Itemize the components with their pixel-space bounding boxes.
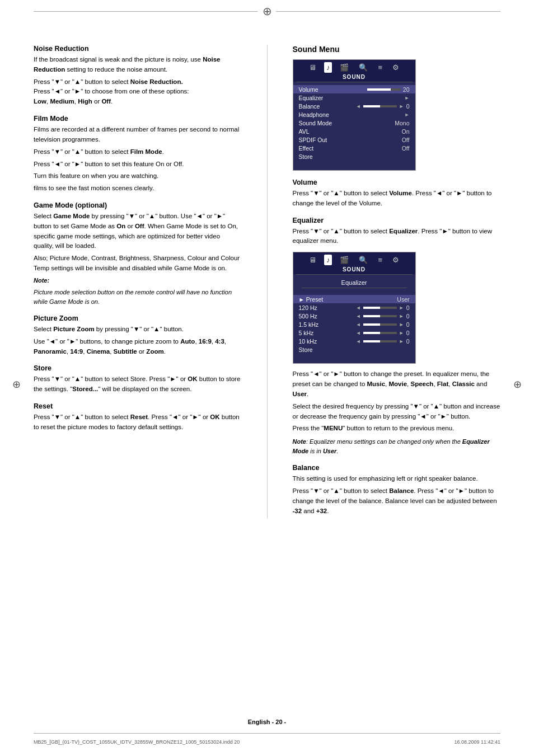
game-mode-note-label: Note:: [34, 276, 242, 285]
eq-sub-divider: [302, 288, 407, 288]
section-title-film-mode: Film Mode: [34, 115, 242, 123]
equalizer-menu-content: Equalizer ► Preset User 120 Hz ◄: [293, 275, 415, 356]
freq-15k-left: ◄: [356, 322, 361, 327]
freq-10k-bar: [363, 340, 397, 342]
sound-menu-icons-row: 🖥 ♪ 🎬 🔍 ≡ ⚙: [293, 60, 415, 74]
film-mode-para4: Turn this feature on when you are watchi…: [34, 171, 242, 181]
equalizer-menu-icons-row: 🖥 ♪ 🎬 🔍 ≡ ⚙: [293, 252, 415, 266]
film-mode-para1: Films are recorded at a different number…: [34, 125, 242, 145]
page-number: English - 20 -: [248, 719, 286, 725]
freq-120-bar: [363, 307, 397, 309]
film-mode-para3: Press "◄" or "►" button to set this feat…: [34, 159, 242, 170]
equalizer-label: Equalizer: [299, 95, 324, 101]
preset-value: User: [397, 296, 409, 303]
volume-bar-container: 20: [367, 86, 410, 93]
section-title-store: Store: [34, 364, 242, 372]
menu-row-5khz: 5 kHz ◄ ► 0: [299, 328, 410, 337]
volume-progress-bar: [367, 88, 401, 91]
section-title-balance: Balance: [293, 464, 501, 472]
menu-icon-movie: 🎬: [338, 62, 351, 73]
left-margin-symbol: ⊕: [12, 378, 21, 391]
freq-15k-bar: [363, 323, 397, 326]
menu-row-120hz: 120 Hz ◄ ► 0: [299, 303, 410, 312]
right-column: Sound Menu 🖥 ♪ 🎬 🔍 ≡ ⚙ SOUND Volume: [284, 45, 501, 518]
freq-5k-label: 5 kHz: [299, 330, 314, 336]
headphone-arrow: ►: [405, 112, 410, 118]
equalizer-menu-label: SOUND: [293, 266, 415, 274]
balance-value: 0: [406, 103, 410, 110]
picture-zoom-para2: Use "◄" or "►" buttons, to change pictur…: [34, 337, 242, 357]
noise-reduction-para2: Press "▼" or "▲" button to select Noise …: [34, 77, 242, 107]
equalizer-arrow: ►: [405, 95, 410, 101]
sound-menu-label: SOUND: [293, 74, 415, 82]
freq-500-bar: [363, 315, 397, 317]
menu-row-preset: ► Preset User: [293, 295, 415, 303]
equalizer-para1: Press "▼" or "▲" button to select Equali…: [293, 227, 501, 247]
eq-menu-icon-movie: 🎬: [338, 255, 351, 265]
menu-row-eq-store: Store: [299, 345, 410, 354]
volume-label: Volume: [299, 86, 318, 93]
preset-label: ► Preset: [299, 296, 324, 303]
freq-15k-value: 0: [406, 321, 410, 328]
eq-store-label: Store: [299, 346, 313, 353]
bottom-info: MB25_[GB]_(01-TV)_COST_1055UK_IDTV_32855…: [0, 739, 534, 745]
headphone-label: Headphone: [299, 111, 329, 118]
freq-500-label: 500 Hz: [299, 313, 317, 320]
menu-row-spdif: SPDIF Out Off: [299, 135, 410, 144]
menu-row-volume: Volume 20: [293, 85, 415, 93]
eq-menu-icon-list: ≡: [376, 255, 385, 265]
eq-menu-icon-search: 🔍: [357, 255, 370, 265]
spdif-value: Off: [402, 137, 410, 143]
footer-right: 16.08.2009 11:42:41: [454, 739, 500, 745]
avl-value: On: [401, 128, 409, 135]
eq-text3: Press the "MENU" button to return to the…: [293, 424, 501, 434]
balance-bar-container: ◄ ► 0: [356, 103, 410, 110]
eq-menu-bottom-pad: [293, 356, 415, 363]
film-mode-para2: Press "▼" or "▲" button to select Film M…: [34, 147, 242, 157]
effect-value: Off: [402, 145, 410, 152]
menu-row-headphone: Headphone ►: [299, 110, 410, 119]
avl-label: AVL: [299, 128, 310, 135]
freq-15k-bar-container: ◄ ► 0: [356, 321, 410, 328]
section-title-picture-zoom: Picture Zoom: [34, 314, 242, 322]
menu-row-10khz: 10 kHz ◄ ► 0: [299, 337, 410, 345]
menu-icon-sound: ♪: [324, 62, 332, 73]
menu-row-sound-mode: Sound Mode Mono: [299, 119, 410, 127]
eq-menu-icon-sound: ♪: [324, 255, 332, 265]
sound-menu-box: 🖥 ♪ 🎬 🔍 ≡ ⚙ SOUND Volume 20: [293, 59, 416, 171]
sound-menu-content: Volume 20 Equalizer ► Balance: [293, 82, 415, 163]
balance-arrow-right: ►: [399, 104, 404, 109]
game-mode-para2: Also; Picture Mode, Contrast, Brightness…: [34, 253, 242, 274]
film-mode-para5: films to see the fast motion scenes clea…: [34, 184, 242, 194]
menu-row-avl: AVL On: [299, 127, 410, 135]
left-column: Noise Reduction If the broadcast signal …: [34, 45, 250, 518]
menu-row-effect: Effect Off: [299, 144, 410, 152]
eq-menu-icon-picture: 🖥: [307, 255, 318, 265]
freq-10k-value: 0: [406, 338, 410, 345]
section-title-volume: Volume: [293, 179, 501, 186]
freq-5k-right: ►: [399, 330, 404, 336]
freq-5k-bar: [363, 332, 397, 334]
menu-row-15khz: 1.5 kHz ◄ ► 0: [299, 320, 410, 328]
freq-120-left: ◄: [356, 305, 361, 311]
game-mode-para1: Select Game Mode by pressing "▼" or "▲" …: [34, 212, 242, 251]
menu-row-balance: Balance ◄ ► 0: [299, 102, 410, 110]
noise-reduction-para1: If the broadcast signal is weak and the …: [34, 55, 242, 75]
section-title-game-mode: Game Mode (optional): [34, 201, 242, 209]
sound-mode-label: Sound Mode: [299, 120, 332, 126]
freq-15k-label: 1.5 kHz: [299, 321, 319, 328]
top-crosshair-symbol: ⊕: [258, 4, 277, 18]
balance-para2: Press "▼" or "▲" button to select Balanc…: [293, 486, 501, 516]
freq-500-left: ◄: [356, 313, 361, 319]
eq-text2: Select the desired frequency by pressing…: [293, 402, 501, 422]
balance-arrow-left: ◄: [356, 104, 361, 109]
menu-row-store: Store: [299, 152, 410, 161]
eq-menu-icon-settings: ⚙: [390, 255, 401, 265]
menu-icon-picture: 🖥: [307, 62, 318, 73]
eq-text1: Press "◄" or "►" button to change the pr…: [293, 369, 501, 399]
freq-5k-value: 0: [406, 330, 410, 336]
menu-icon-search: 🔍: [357, 62, 370, 73]
balance-label: Balance: [299, 103, 320, 110]
footer-left: MB25_[GB]_(01-TV)_COST_1055UK_IDTV_32855…: [34, 739, 240, 745]
volume-value: 20: [403, 86, 410, 93]
